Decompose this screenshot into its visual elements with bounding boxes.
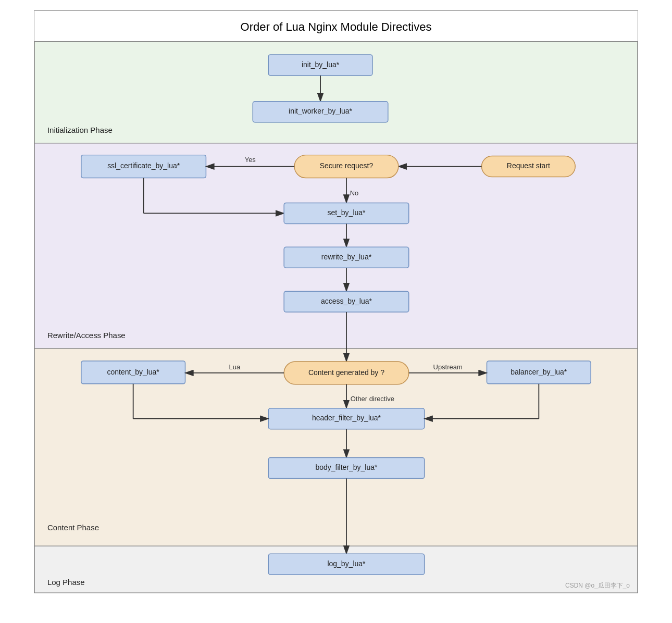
log-phase-label: Log Phase [47,578,85,587]
set-by-lua-label: set_by_lua* [327,208,366,217]
upstream-label: Upstream [433,363,463,371]
content-generated-label: Content generated by ? [308,368,384,377]
content-phase-label: Content Phase [47,523,99,532]
rewrite-by-lua-label: rewrite_by_lua* [321,253,372,261]
balancer-label: balancer_by_lua* [511,368,567,376]
body-filter-label: body_filter_by_lua* [316,463,378,471]
diagram-title: Order of Lua Nginx Module Directives [34,11,638,42]
other-label: Other directive [351,395,394,403]
log-label: log_by_lua* [327,559,366,568]
rewrite-phase-label: Rewrite/Access Phase [47,331,126,340]
diagram-container: Order of Lua Nginx Module Directives Ini… [34,10,638,593]
header-filter-label: header_filter_by_lua* [312,414,381,422]
flowchart-svg: Initialization Phase Rewrite/Access Phas… [34,42,638,593]
lua-label: Lua [229,363,241,371]
init-phase-label: Initialization Phase [47,126,113,134]
ssl-cert-label: ssl_certificate_by_lua* [107,161,180,170]
init-worker-label: init_worker_by_lua* [289,107,352,115]
no-label: No [350,189,359,197]
yes-label: Yes [245,156,256,164]
secure-request-label: Secure request? [320,161,374,170]
content-by-lua-label: content_by_lua* [107,368,160,376]
init-by-lua-label: init_by_lua* [302,60,340,69]
request-start-label: Request start [507,161,550,170]
watermark: CSDN @o_瓜田李下_o [565,582,630,589]
access-by-lua-label: access_by_lua* [321,297,372,305]
